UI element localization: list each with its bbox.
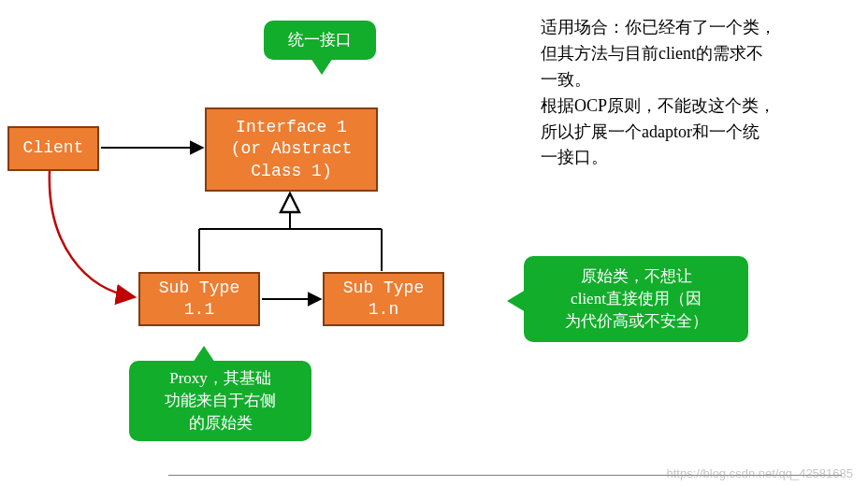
callout-tail-icon xyxy=(311,58,333,75)
callout-original-text: 原始类，不想让 client直接使用（因 为代价高或不安全） xyxy=(565,265,708,332)
node-subtype-n: Sub Type 1.n xyxy=(323,272,444,326)
node-subtype-n-label: Sub Type 1.n xyxy=(343,278,424,322)
diagram-canvas: Client Interface 1 (or Abstract Class 1)… xyxy=(0,0,868,486)
node-interface-label: Interface 1 (or Abstract Class 1) xyxy=(231,117,353,182)
callout-unified-interface-text: 统一接口 xyxy=(288,29,352,51)
node-client: Client xyxy=(7,126,99,171)
callout-unified-interface: 统一接口 xyxy=(264,21,376,60)
edge-client-subtype xyxy=(50,171,135,297)
node-interface: Interface 1 (or Abstract Class 1) xyxy=(205,107,378,192)
callout-proxy-text: Proxy，其基础 功能来自于右侧 的原始类 xyxy=(165,367,276,434)
node-client-label: Client xyxy=(23,137,84,159)
callout-original-class: 原始类，不想让 client直接使用（因 为代价高或不安全） xyxy=(524,256,748,342)
callout-proxy: Proxy，其基础 功能来自于右侧 的原始类 xyxy=(129,361,311,441)
callout-tail-icon xyxy=(507,290,526,312)
node-subtype-1-label: Sub Type 1.1 xyxy=(159,278,239,322)
callout-tail-icon xyxy=(193,346,215,363)
node-subtype-1: Sub Type 1.1 xyxy=(138,272,260,326)
description-text: 适用场合：你已经有了一个类， 但其方法与目前client的需求不 一致。 根据O… xyxy=(541,15,849,171)
watermark-text: https://blog.csdn.net/qq_42581685 xyxy=(667,466,854,480)
